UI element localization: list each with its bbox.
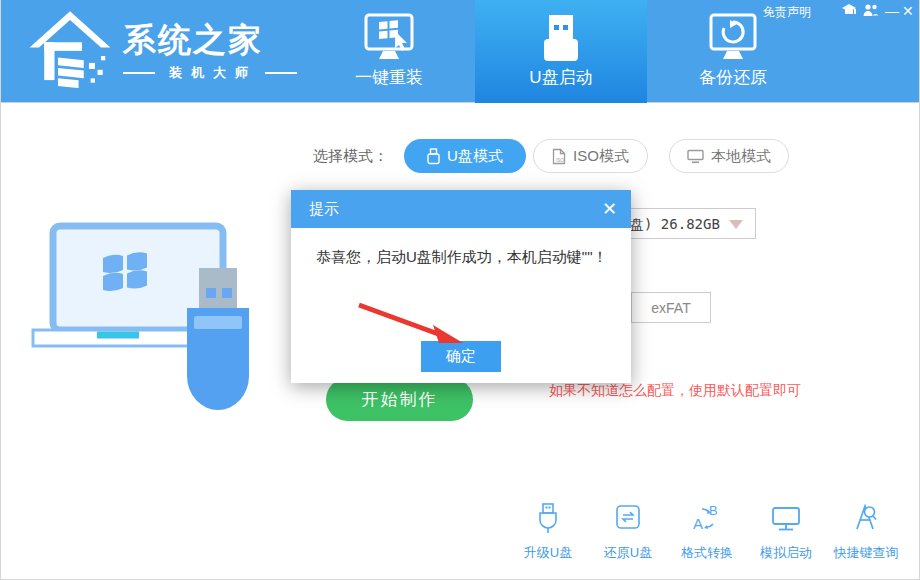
restore-usb-icon	[613, 502, 643, 534]
mode-usb-button[interactable]: U盘模式	[404, 139, 526, 173]
mode-label: U盘模式	[447, 147, 503, 166]
tab-label: 一键重装	[303, 66, 475, 89]
usb-mode-icon	[427, 148, 440, 165]
tab-label: 备份还原	[647, 66, 819, 89]
tool-label: 升级U盘	[508, 544, 588, 562]
dialog-ok-button[interactable]: 确定	[421, 341, 501, 372]
mode-label: ISO模式	[573, 147, 629, 166]
tool-label: 格式转换	[667, 544, 747, 562]
mode-iso-button[interactable]: ISO ISO模式	[533, 139, 648, 173]
tool-label: 模拟启动	[746, 544, 826, 562]
svg-text:A: A	[693, 515, 703, 532]
svg-text:B: B	[709, 503, 718, 518]
start-make-button[interactable]: 开始制作	[326, 378, 473, 421]
close-button[interactable]: ✕	[902, 3, 914, 19]
tool-hotkey-query[interactable]: 快捷键查询	[826, 502, 906, 562]
local-mode-icon	[687, 149, 704, 164]
iso-mode-icon: ISO	[552, 148, 566, 165]
house-logo-icon	[27, 6, 113, 88]
tab-one-key-reinstall[interactable]: 一键重装	[303, 0, 475, 103]
upgrade-usb-icon	[533, 502, 563, 534]
dialog-title-bar: 提示 ✕	[291, 190, 631, 228]
brand-tagline: 装机大师	[169, 64, 257, 82]
tool-restore-usb[interactable]: 还原U盘	[588, 502, 668, 562]
service-cap-icon[interactable]	[841, 3, 857, 20]
mode-local-button[interactable]: 本地模式	[669, 139, 789, 173]
usb-drive-icon	[475, 12, 647, 64]
brand-text: 系统之家 装机大师	[123, 12, 297, 82]
usb-drive-value: 盘) 26.82GB	[630, 216, 720, 234]
app-window: 系统之家 装机大师	[0, 0, 920, 580]
user-group-icon[interactable]	[863, 3, 879, 20]
format-convert-icon: A B	[692, 502, 722, 534]
disclaimer-link[interactable]: 免责声明	[763, 4, 811, 21]
tip-dialog: 提示 ✕ 恭喜您，启动U盘制作成功，本机启动键""！ 确定	[291, 190, 631, 383]
minimize-button[interactable]: —	[885, 3, 899, 19]
svg-text:ISO: ISO	[556, 157, 564, 162]
laptop-usb-illustration	[31, 208, 261, 420]
default-config-hint: 如果不知道怎么配置，使用默认配置即可	[549, 382, 801, 400]
reinstall-monitor-icon	[303, 12, 475, 64]
format-exfat-option[interactable]: exFAT	[631, 292, 711, 323]
header: 系统之家 装机大师	[1, 0, 920, 103]
tool-format-convert[interactable]: A B 格式转换	[667, 502, 747, 562]
tool-label: 还原U盘	[588, 544, 668, 562]
brand-logo: 系统之家 装机大师	[27, 6, 297, 88]
mode-select-label: 选择模式：	[313, 147, 388, 166]
mode-label: 本地模式	[711, 147, 771, 166]
dialog-close-icon[interactable]: ✕	[602, 200, 617, 218]
tool-upgrade-usb[interactable]: 升级U盘	[508, 502, 588, 562]
tagline-dash-left	[123, 72, 155, 74]
tab-usb-boot[interactable]: U盘启动	[475, 0, 647, 103]
tab-label: U盘启动	[475, 66, 647, 89]
dropdown-caret-icon	[729, 220, 743, 229]
tagline-dash-right	[265, 72, 297, 74]
simulate-boot-icon	[770, 502, 802, 534]
brand-name: 系统之家	[123, 20, 297, 60]
hotkey-search-icon	[850, 502, 882, 534]
tool-simulate-boot[interactable]: 模拟启动	[746, 502, 826, 562]
dialog-message: 恭喜您，启动U盘制作成功，本机启动键""！	[316, 248, 607, 267]
dialog-title: 提示	[309, 200, 339, 219]
tool-label: 快捷键查询	[826, 544, 906, 562]
